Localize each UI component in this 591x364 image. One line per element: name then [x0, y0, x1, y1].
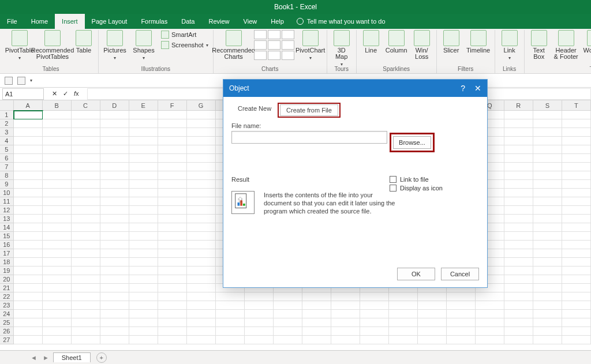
display-as-icon-checkbox[interactable] [390, 185, 397, 192]
cell[interactable] [562, 318, 591, 327]
cell[interactable] [129, 119, 158, 128]
cell[interactable] [100, 258, 129, 267]
cell[interactable] [43, 128, 72, 137]
qat-more[interactable]: ▾ [30, 78, 32, 83]
cell[interactable] [418, 327, 447, 336]
cell[interactable] [129, 163, 158, 171]
cell[interactable] [302, 292, 331, 301]
cell[interactable] [389, 292, 418, 301]
cell[interactable] [562, 223, 591, 232]
tab-data[interactable]: Data [174, 14, 201, 29]
link-to-file-checkbox[interactable] [390, 176, 397, 183]
cell[interactable] [14, 154, 43, 163]
row-head-18[interactable]: 18 [0, 258, 14, 267]
cell[interactable] [72, 318, 100, 327]
cell[interactable] [562, 206, 591, 215]
cell[interactable] [158, 180, 187, 189]
cell[interactable] [158, 163, 187, 171]
cell[interactable] [504, 292, 533, 301]
cell[interactable] [562, 154, 591, 163]
cell[interactable] [158, 267, 187, 275]
cell[interactable] [216, 336, 245, 344]
dialog-titlebar[interactable]: Object ? ✕ [223, 80, 487, 97]
cell[interactable] [562, 189, 591, 197]
cell[interactable] [533, 336, 562, 344]
row-head-10[interactable]: 10 [0, 189, 14, 197]
cell[interactable] [562, 232, 591, 241]
cell[interactable] [43, 215, 72, 223]
cell[interactable] [43, 284, 72, 292]
cell[interactable] [447, 310, 476, 318]
cell[interactable] [43, 154, 72, 163]
cell[interactable] [274, 336, 302, 344]
cell[interactable] [14, 128, 43, 137]
cell[interactable] [72, 301, 100, 310]
cell[interactable] [274, 318, 302, 327]
cell[interactable] [504, 154, 533, 163]
cell[interactable] [504, 241, 533, 249]
cell[interactable] [418, 318, 447, 327]
cell[interactable] [72, 241, 100, 249]
cell[interactable] [562, 292, 591, 301]
cell[interactable] [158, 137, 187, 145]
cell[interactable] [43, 189, 72, 197]
cell[interactable] [187, 327, 216, 336]
cell[interactable] [43, 310, 72, 318]
cell[interactable] [129, 223, 158, 232]
cell[interactable] [562, 275, 591, 284]
cell[interactable] [418, 301, 447, 310]
cell[interactable] [302, 318, 331, 327]
cell[interactable] [158, 145, 187, 154]
cell[interactable] [504, 163, 533, 171]
row-head-16[interactable]: 16 [0, 241, 14, 249]
cell[interactable] [187, 318, 216, 327]
cell[interactable] [562, 137, 591, 145]
cell[interactable] [533, 284, 562, 292]
cell[interactable] [100, 241, 129, 249]
cell[interactable] [447, 318, 476, 327]
cell[interactable] [533, 197, 562, 206]
cell[interactable] [476, 318, 504, 327]
cell[interactable] [187, 189, 216, 197]
dialog-close-icon[interactable]: ✕ [474, 84, 481, 92]
enter-formula-icon[interactable]: ✓ [63, 90, 68, 97]
cell[interactable] [389, 336, 418, 344]
cell[interactable] [72, 249, 100, 258]
cell[interactable] [14, 310, 43, 318]
cell[interactable] [158, 232, 187, 241]
cell[interactable] [43, 119, 72, 128]
cell[interactable] [14, 249, 43, 258]
cell[interactable] [100, 275, 129, 284]
3d-map-button[interactable]: 3D Map▾ [331, 30, 353, 67]
cell[interactable] [476, 310, 504, 318]
cell[interactable] [187, 137, 216, 145]
cell[interactable] [14, 137, 43, 145]
cell[interactable] [14, 241, 43, 249]
cell[interactable] [476, 327, 504, 336]
cell[interactable] [187, 336, 216, 344]
cell[interactable] [72, 232, 100, 241]
cell[interactable] [187, 301, 216, 310]
col-head-B[interactable]: B [43, 100, 72, 111]
cell[interactable] [360, 327, 389, 336]
cell[interactable] [129, 241, 158, 249]
cell[interactable] [245, 292, 274, 301]
cell[interactable] [158, 128, 187, 137]
cell[interactable] [187, 180, 216, 189]
cell[interactable] [187, 145, 216, 154]
cell[interactable] [360, 310, 389, 318]
cell[interactable] [562, 128, 591, 137]
cell[interactable] [504, 180, 533, 189]
tab-page-layout[interactable]: Page Layout [85, 14, 134, 29]
cell[interactable] [129, 284, 158, 292]
cell[interactable] [562, 336, 591, 344]
cell[interactable] [158, 215, 187, 223]
cell[interactable] [504, 206, 533, 215]
cell[interactable] [360, 292, 389, 301]
cell[interactable] [533, 301, 562, 310]
col-head-T[interactable]: T [562, 100, 591, 111]
cell[interactable] [245, 327, 274, 336]
sparkline-winloss-button[interactable]: Win/ Loss [411, 30, 433, 60]
cell[interactable] [533, 137, 562, 145]
cell[interactable] [504, 301, 533, 310]
